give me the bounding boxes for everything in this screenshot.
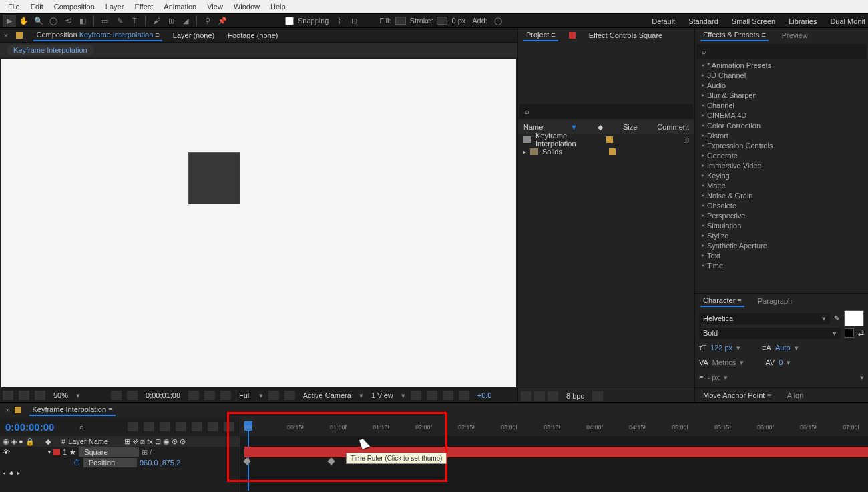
tab-preview[interactable]: Preview <box>779 30 811 41</box>
type-tool-icon[interactable]: T <box>128 15 141 27</box>
stroke-width-value[interactable]: - px <box>707 373 719 381</box>
brain-icon[interactable] <box>208 422 218 431</box>
effect-category[interactable]: Audio <box>695 80 868 90</box>
menu-help[interactable]: Help <box>265 1 291 12</box>
layer-name[interactable]: Square <box>79 447 139 457</box>
expand-icon[interactable]: ▸ <box>523 149 526 155</box>
square-layer[interactable] <box>188 152 240 204</box>
mask-icon[interactable] <box>127 391 138 400</box>
eye-icon[interactable]: 👁 <box>3 448 11 456</box>
col-comment[interactable]: Comment <box>657 123 689 131</box>
leading-dropdown[interactable]: ▾ <box>795 344 799 352</box>
view-dropdown[interactable]: 1 View <box>369 391 396 399</box>
effect-category[interactable]: Text <box>695 250 868 260</box>
res-icon[interactable] <box>35 391 45 400</box>
label-color[interactable] <box>609 148 616 155</box>
effects-search-input[interactable] <box>706 47 861 55</box>
exp-icon[interactable] <box>459 391 469 400</box>
timeline-search-icon[interactable]: ⌕ <box>79 423 84 431</box>
layer-color[interactable] <box>53 449 60 455</box>
effect-category[interactable]: Synthetic Aperture <box>695 240 868 250</box>
roto-tool-icon[interactable]: ⚲ <box>201 15 214 27</box>
current-timecode[interactable]: 0:00:00:00 <box>5 421 54 433</box>
snapping-checkbox[interactable] <box>285 17 294 25</box>
alpha-icon[interactable] <box>3 391 13 400</box>
col-label-icon[interactable]: ◆ <box>598 123 603 132</box>
tab-footage[interactable]: Footage (none) <box>225 30 280 41</box>
kerning-value[interactable]: Metrics <box>712 358 736 366</box>
shy-icon[interactable] <box>144 422 154 431</box>
workspace-standard[interactable]: Standard <box>688 17 718 25</box>
comp-mini-icon[interactable] <box>128 422 138 431</box>
font-size-dropdown[interactable]: ▾ <box>736 344 740 352</box>
close-icon[interactable]: × <box>4 31 8 39</box>
puppet-tool-icon[interactable]: 📌 <box>216 15 229 27</box>
menu-composition[interactable]: Composition <box>49 1 100 12</box>
project-search-input[interactable] <box>529 107 688 115</box>
workspace-libraries[interactable]: Libraries <box>789 17 817 25</box>
folder-new-icon[interactable] <box>534 391 545 401</box>
share-icon[interactable] <box>411 391 421 400</box>
col-layer-name[interactable]: Layer Name <box>68 437 122 445</box>
rect-tool-icon[interactable]: ▭ <box>98 15 112 27</box>
menu-layer[interactable]: Layer <box>100 1 130 12</box>
tab-move-anchor[interactable]: Move Anchor Point ≡ <box>700 390 774 401</box>
resolution-dropdown[interactable]: Full <box>236 391 254 399</box>
leading-value[interactable]: Auto <box>775 344 791 352</box>
camera-dropdown[interactable]: Active Camera <box>300 391 354 399</box>
menu-window[interactable]: Window <box>228 1 265 12</box>
add-kf-icon[interactable]: ◆ <box>9 470 13 476</box>
transp-icon[interactable] <box>268 391 279 400</box>
effect-category[interactable]: CINEMA 4D <box>695 110 868 120</box>
keyframe-2[interactable] <box>327 457 335 465</box>
label-color[interactable] <box>606 136 613 143</box>
sort-icon[interactable]: ▼ <box>570 123 578 131</box>
stroke-style-dropdown[interactable]: ▾ <box>860 373 864 382</box>
tab-character[interactable]: Character ≡ <box>700 295 744 307</box>
snapshot-icon[interactable] <box>188 391 199 400</box>
font-size[interactable]: 122 px <box>710 344 732 352</box>
motion-blur-icon[interactable] <box>176 422 186 431</box>
exposure-value[interactable]: +0.0 <box>475 391 495 399</box>
snap-icon-2[interactable]: ⊡ <box>348 15 361 27</box>
kerning-dropdown[interactable]: ▾ <box>740 358 744 367</box>
pen-tool-icon[interactable]: ✎ <box>113 15 126 27</box>
tracking-value[interactable]: 0 <box>779 358 783 366</box>
effect-category[interactable]: Time <box>695 260 868 270</box>
font-family-dropdown[interactable]: Helvetica▾ <box>699 313 830 324</box>
timeline-layer-row[interactable]: 👁 ▾ 1 ★ Square ⊞ / <box>0 447 240 457</box>
pan-behind-tool-icon[interactable]: ◧ <box>76 15 89 27</box>
zoom-level[interactable]: 50% <box>51 391 71 399</box>
clone-tool-icon[interactable]: ⊞ <box>164 15 178 27</box>
effect-category[interactable]: Channel <box>695 100 868 110</box>
effect-category[interactable]: Immersive Video <box>695 160 868 170</box>
composition-viewer[interactable] <box>1 59 516 387</box>
frame-blend-icon[interactable] <box>160 422 170 431</box>
color-icon[interactable] <box>220 391 231 400</box>
tab-project[interactable]: Project ≡ <box>523 29 558 41</box>
orbit-tool-icon[interactable]: ◯ <box>47 15 60 27</box>
preview-time[interactable]: 0;00;01;08 <box>143 391 183 399</box>
zoom-tool-icon[interactable]: 🔍 <box>32 15 45 27</box>
timeline-prop-row[interactable]: ⏱ Position 960.0 ,875.2 <box>0 457 240 468</box>
flowchart-icon[interactable]: ⊞ <box>683 136 689 144</box>
fast-icon[interactable] <box>427 391 437 400</box>
col-name[interactable]: Name <box>523 123 550 131</box>
time-ruler[interactable]: 00f00:15f01:00f01:15f02:00f02:15f03:00f0… <box>240 417 868 436</box>
menu-effect[interactable]: Effect <box>129 1 158 12</box>
col-size[interactable]: Size <box>623 123 637 131</box>
project-item-comp[interactable]: Keyframe Interpolation ⊞ <box>518 134 694 146</box>
comp-new-icon[interactable] <box>548 391 558 401</box>
fill-color-swatch[interactable] <box>844 310 864 326</box>
interpret-icon[interactable] <box>521 391 531 401</box>
col-num[interactable]: # <box>61 437 65 445</box>
effect-category[interactable]: Obsolete <box>695 200 868 210</box>
trash-icon[interactable] <box>592 391 603 401</box>
effect-category[interactable]: Stylize <box>695 230 868 240</box>
stroke-px[interactable]: 0 px <box>449 17 468 25</box>
tab-align[interactable]: Align <box>785 390 806 401</box>
grid-icon[interactable] <box>111 391 122 400</box>
tracking-dropdown[interactable]: ▾ <box>787 358 791 367</box>
eyedropper-icon[interactable]: ✎ <box>834 314 840 323</box>
workspace-default[interactable]: Default <box>652 17 675 25</box>
